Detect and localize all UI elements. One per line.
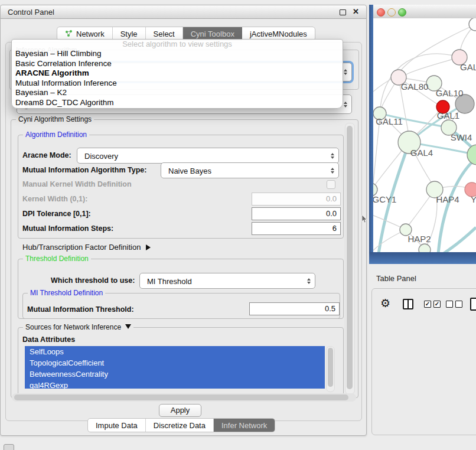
tab-jactivemnodules[interactable]: jActiveMNodules — [242, 27, 315, 40]
node-label: SWI4 — [451, 132, 472, 142]
dpi-tolerance-label: DPI Tolerance [0,1]: — [22, 210, 91, 218]
mi-threshold-field[interactable]: 0.5 — [249, 302, 340, 315]
combo-stepper-icon — [331, 153, 334, 159]
attribute-item[interactable]: SelfLoops — [25, 346, 325, 357]
node-label: Y — [471, 194, 476, 204]
tab-impute-data[interactable]: Impute Data — [88, 419, 146, 432]
network-window-titlebar[interactable] — [373, 5, 476, 19]
attribute-item[interactable]: TopologicalCoefficient — [25, 357, 325, 369]
network-node[interactable] — [469, 18, 476, 31]
settings-scrollbar[interactable] — [345, 123, 355, 394]
algorithm-option[interactable]: Bayesian – K2 — [12, 88, 343, 98]
kernel-width-field[interactable]: 0.0 — [252, 193, 341, 206]
bottom-tabbar: Impute Data Discretize Data Infer Networ… — [87, 418, 275, 432]
settings-scrollbar-thumb[interactable] — [347, 126, 353, 389]
collapse-down-icon[interactable] — [125, 324, 131, 329]
close-icon[interactable]: ✕ — [353, 7, 359, 16]
hub-definition-expander[interactable]: Hub/Transcription Factor Definition — [22, 243, 151, 252]
tab-style[interactable]: Style — [113, 27, 146, 40]
algorithm-option[interactable]: Bayesian – Hill Climbing — [12, 49, 343, 59]
tab-label: Style — [120, 30, 138, 38]
table-panel: ⚙ ✓✓ shared... name YDL19...YDL19...13YD… — [371, 288, 476, 435]
close-traffic-light[interactable] — [377, 8, 385, 17]
tab-network[interactable]: Network — [57, 27, 113, 40]
cyni-algorithm-settings-title: Cyni Algorithm Settings — [16, 115, 94, 123]
attributes-scrollbar-thumb[interactable] — [328, 348, 333, 387]
gear-icon[interactable]: ⚙ — [380, 296, 390, 310]
zoom-traffic-light[interactable] — [398, 8, 406, 17]
select-all-icon[interactable]: ✓✓ — [424, 301, 441, 308]
node-label: HAP4 — [436, 194, 459, 204]
hub-definition-label: Hub/Transcription Factor Definition — [22, 243, 141, 252]
network-window-border — [369, 252, 476, 264]
node-label: GCY1 — [373, 194, 396, 204]
data-attributes-label: Data Attributes — [22, 335, 75, 344]
which-threshold-value: MI Threshold — [147, 276, 192, 285]
mi-type-combobox[interactable]: Naive Bayes — [161, 162, 339, 178]
combo-stepper-icon — [331, 168, 334, 174]
manual-kernel-checkbox[interactable] — [327, 180, 335, 189]
minimized-window-icon[interactable] — [4, 444, 14, 450]
mouse-cursor — [361, 215, 367, 223]
settings-hscrollbar[interactable] — [12, 393, 356, 402]
network-edge[interactable] — [373, 118, 380, 183]
data-attributes-list[interactable]: SelfLoopsTopologicalCoefficientBetweenne… — [25, 346, 325, 389]
node-label: GAL10 — [436, 88, 464, 98]
algorithm-definition-title: Algorithm Definition — [23, 131, 89, 139]
node-label: GAL80 — [401, 81, 429, 92]
aracne-mode-combobox[interactable]: Discovery — [77, 148, 339, 164]
expand-right-icon[interactable] — [146, 244, 151, 250]
control-panel-title: Control Panel — [8, 8, 54, 17]
node-label: GAL1 — [437, 110, 459, 120]
network-node[interactable] — [467, 145, 476, 165]
mi-type-label: Mutual Information Algorithm Type: — [22, 166, 146, 174]
tab-label: jActiveMNodules — [250, 30, 307, 38]
tab-label: Cyni Toolbox — [191, 30, 234, 38]
split-columns-icon[interactable] — [403, 299, 413, 309]
control-panel-window: Control Panel ✕ Network Style Select Cyn… — [0, 5, 367, 436]
tab-select[interactable]: Select — [146, 27, 183, 40]
settings-hscrollbar-thumb[interactable] — [14, 394, 348, 400]
mi-threshold-label: Mutual Information Threshold: — [27, 305, 134, 314]
mi-steps-field[interactable]: 6 — [252, 222, 341, 235]
attribute-item[interactable]: gal4RGexp — [25, 380, 325, 389]
network-edge[interactable] — [406, 57, 459, 74]
node-label: GAL — [460, 62, 476, 72]
attributes-scrollbar[interactable] — [326, 346, 335, 392]
kernel-width-label: Kernel Width (0,1): — [22, 195, 87, 203]
tab-label: Discretize Data — [154, 421, 206, 430]
algorithm-option[interactable]: Dream8 DC_TDC Algorithm — [12, 98, 343, 108]
tab-label: Impute Data — [96, 421, 138, 430]
deselect-all-icon[interactable] — [446, 301, 462, 308]
algorithm-list: Bayesian – Hill ClimbingBasic Correlatio… — [12, 49, 343, 107]
which-threshold-combobox[interactable]: MI Threshold — [139, 273, 315, 289]
algorithm-placeholder: Select algorithm to view settings — [12, 40, 343, 49]
document-icon[interactable] — [470, 298, 476, 311]
float-window-icon[interactable] — [340, 9, 346, 15]
tab-cyni-toolbox[interactable]: Cyni Toolbox — [183, 27, 242, 40]
network-edge[interactable] — [443, 227, 476, 252]
sources-title-text: Sources for Network Inference — [25, 323, 121, 331]
manual-kernel-label: Manual Kernel Width Definition — [22, 180, 132, 188]
tab-discretize-data[interactable]: Discretize Data — [146, 419, 214, 432]
algorithm-option[interactable]: Mutual Information Inference — [12, 79, 343, 89]
screen: Control Panel ✕ Network Style Select Cyn… — [0, 0, 476, 450]
tab-label: Network — [76, 30, 105, 38]
table-panel-title: Table Panel — [376, 274, 416, 283]
combo-stepper-icon — [344, 69, 347, 75]
tab-infer-network[interactable]: Infer Network — [214, 419, 275, 432]
aracne-mode-label: Aracne Mode: — [22, 151, 71, 159]
network-edge[interactable] — [438, 158, 476, 252]
algorithm-option[interactable]: ARACNE Algorithm — [12, 69, 343, 79]
algorithm-option[interactable]: Basic Correlation Inference — [12, 59, 343, 69]
attribute-item[interactable]: BetweennessCentrality — [25, 369, 325, 380]
dpi-tolerance-field[interactable]: 0.0 — [252, 207, 341, 220]
control-panel-titlebar[interactable]: Control Panel ✕ — [1, 5, 366, 19]
sources-group-title[interactable]: Sources for Network Inference — [23, 323, 133, 331]
minimize-traffic-light[interactable] — [387, 8, 396, 17]
apply-button[interactable]: Apply — [159, 404, 201, 417]
combo-stepper-icon — [307, 278, 311, 284]
network-canvas[interactable]: GALGAL80GAL10GAL1GAL11SWI4GAL4GCY1HAP4YH… — [373, 18, 476, 252]
network-node[interactable] — [419, 244, 431, 252]
network-edge[interactable] — [373, 150, 402, 190]
